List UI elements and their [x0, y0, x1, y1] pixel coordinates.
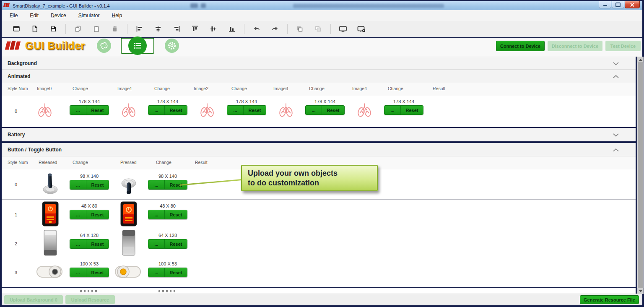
reset-button[interactable]: Reset [86, 106, 109, 114]
reset-button[interactable]: Reset [165, 268, 187, 277]
new-project-icon[interactable] [10, 23, 23, 34]
browse-button[interactable]: ... [70, 180, 86, 189]
undo-icon[interactable] [250, 23, 263, 34]
partial-size-label [80, 290, 99, 292]
rocker-red-pressed-preview [120, 201, 137, 228]
image-size-label: 100 X 53 [148, 261, 187, 266]
display-config-icon[interactable] [355, 23, 368, 34]
chevron-up-icon[interactable] [613, 73, 619, 80]
generate-resource-file-button[interactable]: Generate Resource File [580, 295, 639, 304]
section-header-battery[interactable]: Battery [2, 128, 636, 141]
section-header-background[interactable]: Background [2, 57, 636, 70]
menu-device[interactable]: Device [47, 11, 70, 20]
toggle-released-preview [41, 172, 60, 198]
browse-button[interactable]: ... [148, 180, 165, 189]
vertical-scrollbar[interactable] [637, 57, 644, 294]
col-change: Change [156, 160, 171, 165]
close-button[interactable] [625, 1, 640, 8]
reset-button[interactable]: Reset [401, 106, 423, 114]
partial-size-label [158, 290, 177, 292]
save-icon[interactable] [47, 23, 60, 34]
image-size-label: 178 X 144 [384, 99, 423, 104]
align-left-icon[interactable] [133, 23, 146, 34]
reset-button[interactable]: Reset [165, 210, 187, 219]
button-change-pressed-group: 100 X 53 ...Reset [148, 261, 187, 277]
image-size-label: 178 X 144 [305, 99, 345, 104]
section-title: Background [8, 60, 37, 66]
reset-button[interactable]: Reset [322, 106, 344, 114]
align-bottom-icon[interactable] [226, 23, 238, 34]
align-center-icon[interactable] [152, 23, 164, 34]
animated-column-headers: Style Num Image0 Change Image1 Change Im… [2, 83, 636, 96]
style-num: 1 [8, 212, 24, 217]
disconnect-to-device-button[interactable]: Disconnect to Device [548, 41, 602, 51]
scroll-up-arrow[interactable] [637, 57, 644, 62]
scroll-down-arrow[interactable] [637, 288, 644, 294]
rocker-red-released-preview [42, 201, 59, 228]
menu-edit[interactable]: Edit [26, 11, 43, 20]
section-header-button-toggle[interactable]: Button / Toggle Button [2, 143, 636, 156]
browse-button[interactable]: ... [70, 210, 86, 219]
test-device-button[interactable]: Test Device [605, 41, 641, 51]
menu-help[interactable]: Help [107, 11, 126, 20]
section-header-animated[interactable]: Animated [2, 70, 636, 83]
align-middle-icon[interactable] [207, 23, 220, 34]
copy-icon[interactable] [72, 23, 84, 34]
reset-button[interactable]: Reset [86, 239, 109, 248]
reset-button[interactable]: Reset [165, 239, 187, 248]
browse-button[interactable]: ... [70, 106, 86, 114]
style-num: 0 [8, 109, 24, 114]
chevron-down-icon[interactable] [613, 60, 619, 67]
align-top-icon[interactable] [189, 23, 201, 34]
scrollbar-thumb[interactable] [638, 62, 643, 288]
upload-resource-button[interactable]: Upload Resource [65, 295, 115, 304]
display-icon[interactable] [337, 23, 349, 34]
toolbar-separator [65, 24, 66, 34]
chevron-up-icon[interactable] [613, 146, 619, 154]
upload-background-button[interactable]: Upload Background 0 [4, 295, 63, 304]
paste-icon[interactable] [90, 23, 103, 34]
browse-button[interactable]: ... [306, 106, 322, 114]
menu-file[interactable]: File [5, 11, 22, 20]
button-change-released-group: 48 X 80 ...Reset [70, 203, 109, 219]
image-size-label: 98 X 140 [70, 174, 109, 179]
delete-icon[interactable] [109, 23, 121, 34]
reset-button[interactable]: Reset [86, 210, 109, 219]
send-backward-icon[interactable] [312, 23, 325, 34]
browse-button[interactable]: ... [70, 239, 86, 248]
minimize-icon [603, 5, 607, 6]
callout-line2: to do customization [248, 178, 371, 188]
resource-list-mode-button[interactable] [128, 36, 147, 55]
browse-button[interactable]: ... [148, 106, 165, 114]
browse-button[interactable]: ... [384, 106, 401, 114]
connect-to-device-button[interactable]: Connect to Device [496, 41, 545, 51]
settings-mode-button[interactable] [165, 39, 179, 53]
redo-icon[interactable] [269, 23, 281, 34]
design-mode-button[interactable] [97, 39, 111, 53]
col-change: Change [73, 160, 88, 165]
button-change-pressed-group: 64 X 128 ...Reset [148, 233, 187, 249]
browse-button[interactable]: ... [227, 106, 244, 114]
browse-button[interactable]: ... [70, 268, 86, 277]
open-file-icon[interactable] [29, 23, 41, 34]
reset-button[interactable]: Reset [86, 180, 109, 189]
style-num: 2 [8, 241, 24, 246]
browse-button[interactable]: ... [148, 239, 165, 248]
maximize-button[interactable] [612, 1, 624, 8]
col-image4: Image4 [352, 86, 367, 91]
chevron-down-icon[interactable] [613, 131, 619, 138]
image-size-label: 48 X 80 [148, 203, 187, 208]
reset-button[interactable]: Reset [165, 106, 187, 114]
section-title: Animated [8, 73, 31, 79]
col-image3: Image3 [273, 86, 288, 91]
minimize-button[interactable] [599, 1, 611, 8]
browse-button[interactable]: ... [148, 268, 165, 277]
browse-button[interactable]: ... [148, 210, 165, 219]
image-size-label: 178 X 144 [148, 99, 187, 104]
col-change: Change [154, 86, 170, 91]
align-right-icon[interactable] [170, 23, 183, 34]
menu-simulator[interactable]: Simulator [74, 11, 104, 20]
reset-button[interactable]: Reset [244, 106, 266, 114]
bring-forward-icon[interactable] [293, 23, 306, 34]
reset-button[interactable]: Reset [86, 268, 109, 277]
